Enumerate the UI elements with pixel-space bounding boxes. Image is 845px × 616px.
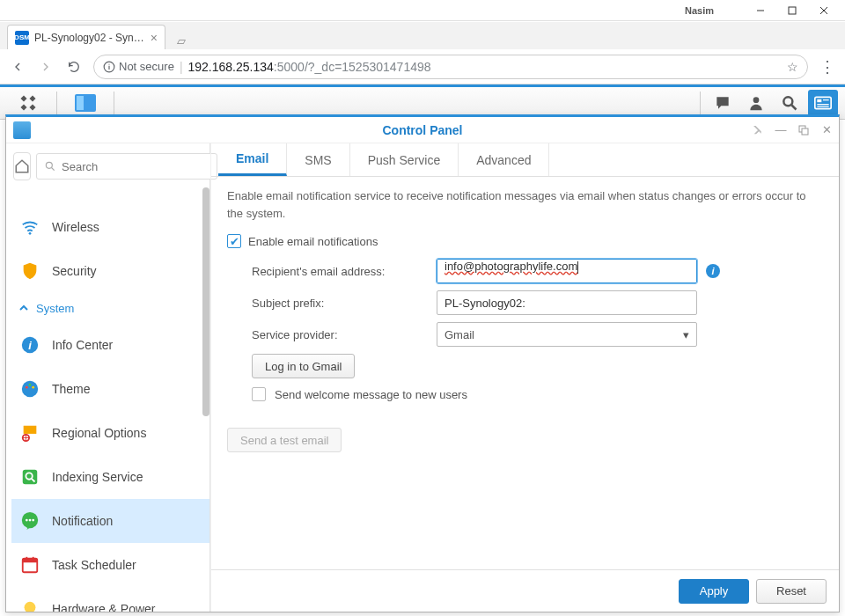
- tab-push[interactable]: Push Service: [350, 143, 459, 176]
- reset-button[interactable]: Reset: [756, 579, 827, 604]
- dsm-widgets-button[interactable]: [808, 90, 838, 116]
- svg-point-6: [108, 63, 109, 64]
- url-text: 192.168.25.134:5000/?_dc=1525301471498: [188, 60, 431, 74]
- dsm-favicon-icon: DSM: [15, 31, 29, 45]
- svg-point-43: [32, 519, 34, 522]
- svg-point-41: [26, 519, 28, 522]
- sidebar-item-notification[interactable]: Notification: [11, 499, 209, 543]
- maximize-button[interactable]: [778, 3, 806, 18]
- sidebar-item-indexing[interactable]: Indexing Service: [11, 455, 209, 499]
- user-icon: [747, 94, 765, 112]
- bookmark-star-icon[interactable]: ☆: [787, 60, 798, 74]
- magnifier-icon: [781, 94, 798, 112]
- dsm-user-button[interactable]: [741, 90, 771, 116]
- apps-grid-icon: [19, 94, 37, 112]
- sidebar-item-task-scheduler[interactable]: Task Scheduler: [11, 543, 209, 587]
- svg-point-23: [46, 162, 52, 168]
- dsm-search-button[interactable]: [775, 90, 805, 116]
- svg-rect-9: [20, 104, 26, 110]
- browser-toolbar: Not secure | 192.168.25.134:5000/?_dc=15…: [0, 49, 845, 84]
- info-icon: i: [18, 334, 41, 356]
- pin-icon[interactable]: [751, 123, 765, 137]
- browser-tab[interactable]: DSM PL-Synology02 - Synolog ×: [7, 25, 165, 49]
- window-maximize-icon[interactable]: [797, 123, 811, 137]
- sidebar-search[interactable]: [36, 153, 217, 180]
- sidebar-item-truncated[interactable]: [11, 187, 209, 205]
- back-button[interactable]: [9, 58, 26, 76]
- control-panel-window: Control Panel — ✕: [5, 114, 840, 612]
- sidebar-item-regional[interactable]: Regional Options: [11, 411, 209, 455]
- sidebar-item-label: Info Center: [52, 338, 113, 352]
- window-minimize-icon[interactable]: —: [774, 123, 788, 137]
- close-button[interactable]: [810, 3, 838, 18]
- sidebar-item-info-center[interactable]: i Info Center: [11, 323, 209, 367]
- os-username: Nasim: [685, 5, 714, 16]
- svg-point-29: [22, 381, 38, 397]
- recipient-label: Recipient's email address:: [252, 265, 437, 278]
- address-bar[interactable]: Not secure | 192.168.25.134:5000/?_dc=15…: [93, 55, 808, 79]
- apply-button[interactable]: Apply: [679, 579, 749, 604]
- svg-rect-12: [77, 96, 84, 110]
- svg-point-14: [783, 97, 792, 106]
- search-icon: [44, 160, 56, 172]
- window-app-icon: [13, 121, 31, 139]
- svg-text:i: i: [28, 339, 32, 352]
- svg-rect-8: [29, 95, 35, 101]
- forward-button[interactable]: [37, 58, 55, 76]
- info-tooltip-icon[interactable]: i: [706, 264, 720, 278]
- welcome-checkbox[interactable]: ✔: [252, 387, 266, 401]
- sidebar: Wireless Security System i Info Center T…: [6, 143, 210, 612]
- dsm-notifications-button[interactable]: [708, 90, 738, 116]
- palette-icon: [18, 378, 41, 400]
- sidebar-group-label: System: [36, 302, 74, 315]
- security-label: Not secure: [119, 60, 174, 73]
- svg-line-24: [52, 168, 55, 171]
- tab-close-icon[interactable]: ×: [151, 31, 158, 45]
- dsm-main-menu-button[interactable]: [7, 89, 49, 117]
- sidebar-item-theme[interactable]: Theme: [11, 367, 209, 411]
- sidebar-item-wireless[interactable]: Wireless: [11, 205, 209, 249]
- browser-menu-button[interactable]: ⋮: [819, 57, 836, 77]
- login-gmail-button[interactable]: Log in to Gmail: [252, 354, 355, 378]
- window-close-icon[interactable]: ✕: [819, 123, 834, 137]
- sidebar-item-security[interactable]: Security: [11, 249, 209, 293]
- tabs: Email SMS Push Service Advanced: [211, 143, 839, 177]
- home-button[interactable]: [13, 152, 31, 180]
- shield-icon: [18, 260, 41, 282]
- tab-advanced[interactable]: Advanced: [459, 143, 549, 176]
- speech-bubble-icon: [713, 94, 732, 112]
- svg-point-26: [29, 232, 32, 235]
- description-text: Enable email notification service to rec…: [227, 187, 823, 222]
- sidebar-item-hardware[interactable]: Hardware & Power: [11, 587, 209, 612]
- svg-point-30: [26, 386, 28, 389]
- reload-button[interactable]: [65, 58, 83, 76]
- enable-checkbox[interactable]: ✔: [227, 234, 241, 248]
- dsm-taskbar-app[interactable]: [64, 89, 107, 117]
- control-panel-icon: [74, 93, 97, 113]
- enable-label: Enable email notifications: [248, 235, 378, 248]
- chevron-down-icon: ▾: [683, 328, 689, 341]
- sidebar-scrollbar[interactable]: [202, 187, 209, 612]
- sidebar-item-label: Task Scheduler: [52, 558, 136, 572]
- send-test-button[interactable]: Send a test email: [227, 428, 342, 452]
- provider-value: Gmail: [445, 328, 474, 341]
- sidebar-item-label: Security: [52, 264, 97, 278]
- subject-label: Subject prefix:: [252, 297, 437, 310]
- subject-input[interactable]: [437, 290, 697, 315]
- browser-tabstrip: DSM PL-Synology02 - Synolog × ▱: [0, 21, 845, 49]
- svg-rect-17: [817, 99, 821, 102]
- provider-select[interactable]: Gmail ▾: [437, 322, 697, 347]
- sidebar-group-system[interactable]: System: [11, 293, 209, 323]
- sidebar-item-label: Indexing Service: [52, 470, 143, 484]
- svg-point-13: [753, 97, 760, 103]
- recipient-input[interactable]: info@photographylife.com: [437, 259, 697, 283]
- tab-email[interactable]: Email: [218, 143, 287, 176]
- minimize-button[interactable]: [746, 3, 775, 18]
- new-tab-button[interactable]: ▱: [171, 32, 192, 49]
- search-input[interactable]: [62, 160, 209, 173]
- home-icon: [14, 158, 30, 174]
- security-indicator[interactable]: Not secure: [103, 60, 174, 73]
- tab-sms[interactable]: SMS: [287, 143, 349, 176]
- window-title: Control Panel: [382, 123, 462, 137]
- window-header[interactable]: Control Panel — ✕: [6, 117, 839, 143]
